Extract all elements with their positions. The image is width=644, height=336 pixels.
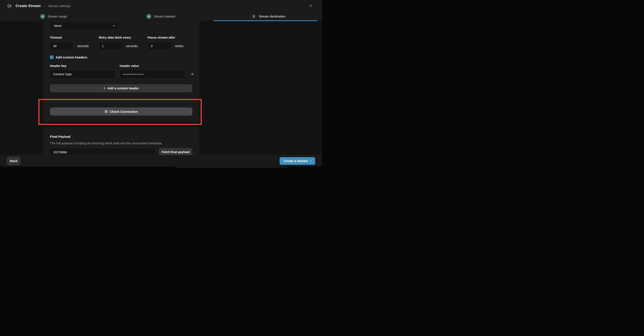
retry-field-group: Retry data fetch every seconds — [99, 36, 148, 50]
gear-icon — [104, 110, 108, 113]
top-navbar: Create Stream › Stream settings ✕ — [0, 0, 322, 12]
block-number-input[interactable] — [50, 148, 156, 155]
add-custom-headers-row: Add custom headers — [50, 56, 192, 59]
step-stream-dataset[interactable]: Stream dataset — [107, 12, 214, 21]
create-stream-label: Create a Stream — [284, 159, 308, 163]
timeout-field-group: Timeout seconds — [50, 36, 99, 50]
security-token-dropdown[interactable]: None — [50, 22, 119, 30]
wizard-footer: Back Create a Stream › — [0, 155, 322, 166]
header-key-label: Header key — [50, 64, 116, 68]
pause-field-group: Pause stream after retries — [148, 36, 184, 50]
create-stream-modal: Create Stream › Stream settings ✕ Stream… — [0, 0, 322, 166]
retry-unit: seconds — [126, 44, 138, 48]
dropdown-selected-value: None — [54, 24, 62, 28]
create-stream-button[interactable]: Create a Stream › — [280, 157, 315, 165]
chevron-right-icon: › — [310, 158, 311, 163]
pause-input[interactable] — [148, 42, 172, 50]
header-inputs-row: ✕ — [50, 70, 192, 79]
retry-label: Retry data fetch every — [99, 36, 148, 39]
step-label: Stream range — [48, 14, 67, 18]
final-payload-card: Final Payload The full payload including… — [43, 127, 200, 155]
chevron-down-icon — [112, 24, 116, 27]
card-divider — [43, 101, 200, 102]
main-content: None Timeout seconds Retry data fetch ev… — [0, 21, 322, 155]
destination-settings-card: None Timeout seconds Retry data fetch ev… — [43, 21, 200, 122]
step-stream-range[interactable]: Stream range — [0, 12, 107, 21]
pause-unit: retries — [175, 44, 184, 48]
app-logo-icon — [8, 4, 12, 8]
header-value-label: Header value — [120, 64, 186, 68]
timeout-unit: seconds — [77, 44, 89, 48]
final-payload-row: Fetch final payload — [50, 148, 192, 155]
retry-input[interactable] — [99, 42, 122, 50]
header-value-input[interactable] — [120, 70, 186, 79]
final-payload-description: The full payload including all matching … — [50, 141, 192, 145]
add-custom-headers-label: Add custom headers — [56, 56, 87, 59]
add-custom-header-button[interactable]: + Add a custom header — [50, 84, 192, 92]
step-complete-check-icon — [40, 14, 45, 19]
breadcrumb-current: Stream settings — [48, 4, 70, 8]
step-stream-destination[interactable]: 3 Stream destination — [215, 12, 322, 21]
close-icon[interactable]: ✕ — [308, 3, 314, 9]
step-label: Stream destination — [259, 14, 286, 18]
header-key-input[interactable] — [50, 70, 116, 79]
final-payload-title: Final Payload — [50, 135, 192, 138]
step-label: Stream dataset — [154, 14, 176, 18]
add-custom-headers-checkbox[interactable] — [50, 56, 54, 59]
page-title: Create Stream — [16, 4, 41, 8]
check-connection-label: Check Connection — [110, 110, 138, 114]
timing-fields-row: Timeout seconds Retry data fetch every s… — [50, 36, 192, 50]
fetch-final-payload-button[interactable]: Fetch final payload — [159, 148, 192, 155]
step-complete-check-icon — [146, 14, 151, 19]
check-connection-button[interactable]: Check Connection — [50, 108, 192, 116]
header-labels-row: Header key Header value — [50, 64, 192, 68]
checkbox-check-icon — [50, 56, 53, 58]
wizard-stepbar: Stream range Stream dataset 3 Stream des… — [0, 12, 322, 21]
remove-header-icon[interactable]: ✕ — [190, 72, 195, 76]
timeout-label: Timeout — [50, 36, 99, 39]
timeout-input[interactable] — [50, 42, 74, 50]
add-custom-header-label: Add a custom header — [108, 86, 139, 90]
pause-label: Pause stream after — [148, 36, 184, 39]
back-button[interactable]: Back — [7, 157, 20, 165]
step-number-badge: 3 — [251, 14, 256, 19]
plus-icon: + — [104, 86, 106, 90]
screen: Create Stream › Stream settings ✕ Stream… — [0, 0, 322, 168]
breadcrumb-separator-icon: › — [44, 4, 45, 8]
